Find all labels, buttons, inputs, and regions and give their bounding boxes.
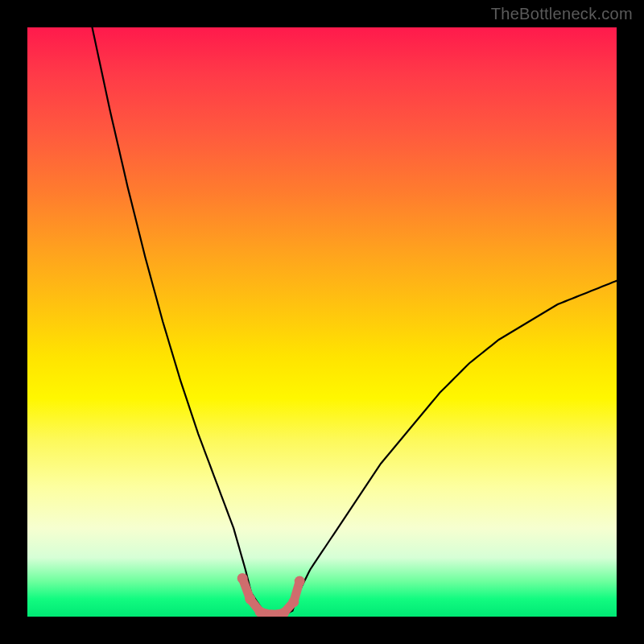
marker-dot — [237, 573, 248, 584]
flat-minimum-markers — [237, 573, 305, 617]
curve-layer — [27, 27, 617, 617]
marker-dot — [288, 597, 299, 607]
watermark-text: TheBottleneck.com — [491, 5, 633, 23]
marker-dot — [245, 594, 255, 605]
chart-frame: TheBottleneck.com — [0, 0, 644, 644]
plot-area — [27, 27, 617, 617]
bottleneck-curve — [93, 27, 617, 617]
marker-dot — [295, 576, 305, 587]
